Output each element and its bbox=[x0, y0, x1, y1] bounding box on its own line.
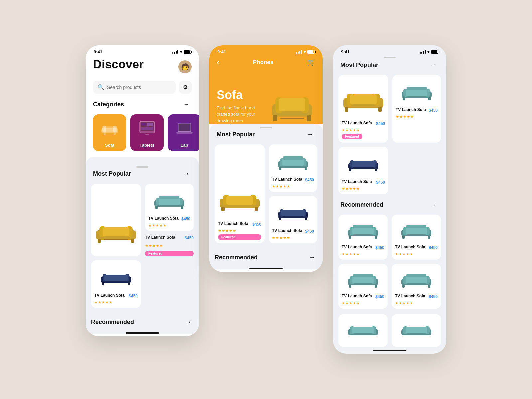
product-image-navy-1 bbox=[94, 264, 138, 290]
rec-card-6[interactable] bbox=[392, 314, 441, 347]
svg-rect-11 bbox=[141, 127, 153, 130]
popular-arrow-2[interactable]: → bbox=[305, 129, 315, 140]
svg-rect-25 bbox=[159, 198, 180, 205]
popular-arrow-3[interactable]: → bbox=[428, 60, 439, 70]
stars-yellow-2: ★★★★★ bbox=[218, 229, 261, 233]
hero-section: Sofa Find the finest hand crafted sofa f… bbox=[209, 71, 323, 124]
rec-card-3[interactable]: TV Launch Sofa $450 ★★★★★ bbox=[338, 264, 388, 309]
rec-name-price-4: TV Launch Sofa $450 bbox=[395, 294, 438, 300]
svg-rect-99 bbox=[375, 285, 377, 288]
product-card-teal-2[interactable]: TV Launch Sofa $450 ★★★★★ bbox=[269, 144, 317, 192]
popular-arrow-1[interactable]: → bbox=[181, 168, 192, 179]
rec-card-5[interactable] bbox=[338, 314, 388, 347]
avatar[interactable]: 🧑 bbox=[178, 60, 192, 73]
hero-product-image bbox=[269, 77, 315, 124]
recommended-arrow-1[interactable]: → bbox=[183, 317, 194, 327]
product-name-navy-2: TV Launch Sofa bbox=[272, 228, 302, 233]
svg-rect-58 bbox=[281, 210, 305, 216]
svg-rect-71 bbox=[403, 97, 405, 100]
stars-teal-1: ★★★★★ bbox=[148, 223, 190, 228]
product-card-navy-3[interactable]: TV Launch Sofa $450 ★★★★★ bbox=[338, 147, 388, 194]
svg-rect-85 bbox=[375, 236, 377, 239]
popular-title-3: Most Popular bbox=[340, 62, 378, 68]
svg-rect-34 bbox=[128, 282, 130, 285]
rec-image-1 bbox=[342, 219, 384, 242]
stars-navy-3: ★★★★★ bbox=[342, 187, 385, 191]
rec-name-price-1: TV Launch Sofa $450 bbox=[342, 245, 384, 251]
category-tablets[interactable]: Tablets bbox=[130, 114, 164, 151]
svg-rect-100 bbox=[353, 274, 373, 277]
rec-stars-3: ★★★★★ bbox=[342, 301, 384, 305]
product-name-price-navy-1: TV Launch Sofa $450 bbox=[94, 293, 138, 299]
rec-card-1[interactable]: TV Launch Sofa $450 ★★★★★ bbox=[338, 215, 388, 260]
rec-price-4: $450 bbox=[429, 294, 438, 299]
svg-rect-115 bbox=[406, 327, 427, 333]
product-image-yellow-3 bbox=[342, 78, 385, 118]
tablets-category-icon bbox=[138, 114, 156, 141]
category-sofa[interactable]: Sofa bbox=[93, 114, 126, 151]
product-name-price-yellow-2: TV Launch Sofa $450 bbox=[218, 221, 261, 227]
popular-header-3: Most Popular → bbox=[333, 60, 446, 70]
svg-rect-28 bbox=[159, 196, 179, 199]
product-price-teal-2: $450 bbox=[305, 178, 314, 182]
svg-rect-53 bbox=[305, 167, 307, 170]
category-laptops[interactable]: Lap bbox=[168, 114, 199, 151]
rec-card-2[interactable]: TV Launch Sofa $450 ★★★★★ bbox=[392, 215, 441, 260]
svg-rect-79 bbox=[375, 169, 377, 171]
product-price-yellow-3: $450 bbox=[376, 121, 385, 126]
product-name-navy-3: TV Launch Sofa bbox=[342, 179, 372, 184]
svg-rect-47 bbox=[255, 207, 258, 211]
product-card-yellow-3[interactable]: TV Launch Sofa $450 ★★★★★ Featured bbox=[338, 75, 388, 143]
product-name-navy-1: TV Launch Sofa bbox=[94, 293, 125, 298]
rec-card-4[interactable]: TV Launch Sofa $450 ★★★★★ bbox=[392, 264, 441, 309]
rec-image-4 bbox=[395, 268, 438, 291]
svg-rect-13 bbox=[179, 124, 190, 131]
product-name-yellow-1: TV Launch Sofa bbox=[145, 235, 175, 240]
recommended-title-3: Recommended bbox=[340, 201, 383, 208]
cart-icon[interactable]: 🛒 bbox=[307, 58, 315, 66]
product-name-price-teal-2: TV Launch Sofa $450 bbox=[272, 177, 314, 183]
status-icons-3: ▾ bbox=[420, 50, 438, 54]
popular-header-2: Most Popular → bbox=[209, 129, 323, 140]
stars-yellow-3: ★★★★★ bbox=[342, 128, 385, 132]
phone2-nav: ‹ Phones 🛒 bbox=[209, 54, 323, 71]
product-card-teal-1[interactable]: TV Launch Sofa $450 ★★★★★ bbox=[145, 184, 194, 231]
categories-arrow[interactable]: → bbox=[181, 99, 192, 110]
svg-rect-51 bbox=[282, 159, 304, 166]
discover-header: Discover 🧑 🔍 ⚙ bbox=[86, 54, 199, 99]
recommended-grid-3: TV Launch Sofa $450 ★★★★★ bbox=[333, 215, 446, 314]
scroll-indicator-1 bbox=[86, 163, 199, 168]
product-card-large-2[interactable]: TV Launch Sofa $450 ★★★★★ Featured bbox=[215, 144, 265, 243]
search-input[interactable] bbox=[107, 85, 171, 90]
back-button[interactable]: ‹ bbox=[217, 58, 219, 67]
time-2: 9:41 bbox=[217, 49, 226, 54]
signal-icon-3 bbox=[420, 50, 426, 54]
svg-rect-91 bbox=[402, 236, 405, 239]
sofa-label: Sofa bbox=[105, 143, 114, 148]
stars-teal-3a: ★★★★★ bbox=[396, 115, 438, 119]
rec-stars-2: ★★★★★ bbox=[395, 252, 438, 256]
recommended-header-1: Recommended → bbox=[86, 313, 199, 330]
svg-rect-3 bbox=[104, 126, 116, 132]
recommended-title-1: Recommended bbox=[91, 319, 134, 326]
recommended-arrow-3[interactable]: → bbox=[428, 200, 439, 210]
product-card-teal-3a[interactable]: TV Launch Sofa $450 ★★★★★ bbox=[392, 75, 441, 143]
recommended-header-3: Recommended → bbox=[333, 200, 446, 210]
svg-rect-72 bbox=[428, 97, 431, 100]
rec-name-price-2: TV Launch Sofa $450 bbox=[395, 245, 438, 251]
product-card-navy-1[interactable]: TV Launch Sofa $450 ★★★★★ bbox=[91, 260, 141, 308]
product-card-navy-2[interactable]: TV Launch Sofa $450 ★★★★★ bbox=[269, 196, 317, 243]
svg-rect-111 bbox=[352, 327, 374, 333]
featured-badge-3: Featured bbox=[342, 134, 362, 139]
product-price-yellow-1: $450 bbox=[185, 236, 194, 240]
product-card-large-1[interactable] bbox=[91, 184, 141, 256]
nav-title-2: Phones bbox=[253, 59, 273, 66]
filter-button[interactable]: ⚙ bbox=[179, 81, 192, 94]
recommended-arrow-2[interactable]: → bbox=[307, 252, 317, 263]
product-name-yellow-3: TV Launch Sofa bbox=[342, 121, 372, 125]
status-icons-1: ▾ bbox=[172, 50, 191, 54]
status-bar-2: 9:41 ▾ bbox=[209, 45, 323, 54]
discover-title: Discover bbox=[93, 58, 144, 71]
wifi-icon-3: ▾ bbox=[427, 50, 429, 54]
search-box[interactable]: 🔍 bbox=[93, 81, 176, 94]
